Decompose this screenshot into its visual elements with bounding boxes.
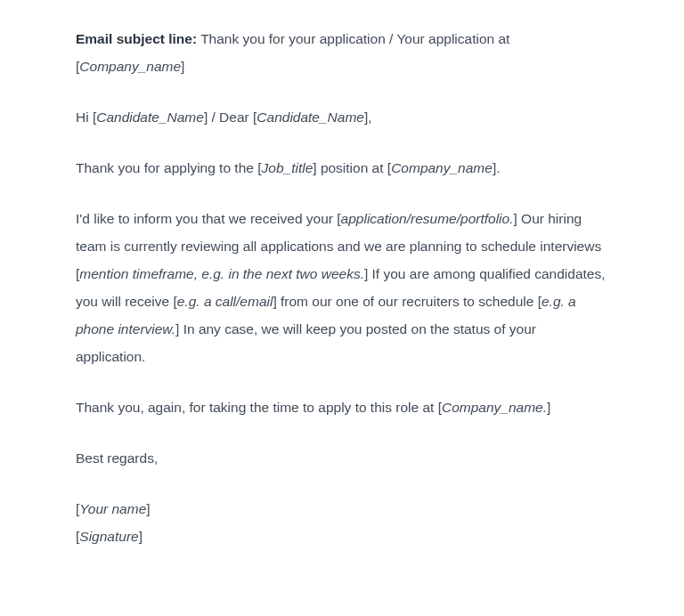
para1-t3: ]. [493, 160, 501, 175]
para1-placeholder-job: Job_title [262, 160, 314, 175]
signature-placeholder-name: Your name [79, 501, 146, 516]
para1-t1: Thank you for applying to the [ [76, 160, 262, 175]
signature-name-line: [Your name] [76, 495, 608, 523]
para3-placeholder-company: Company_name. [442, 400, 547, 415]
email-template-document: Email subject line: Thank you for your a… [76, 25, 608, 550]
paragraph-3: Thank you, again, for taking the time to… [76, 393, 608, 421]
signature-sig-line: [Signature] [76, 523, 608, 550]
subject-line: Email subject line: Thank you for your a… [76, 25, 608, 80]
para2-placeholder-2: mention timeframe, e.g. in the next two … [79, 266, 364, 281]
para2-placeholder-3: e.g. a call/email [177, 294, 273, 309]
greeting-line: Hi [Candidate_Name] / Dear [Candidate_Na… [76, 103, 608, 131]
para3-t1: Thank you, again, for taking the time to… [76, 400, 442, 415]
para1-t2: ] position at [ [313, 160, 391, 175]
greeting-placeholder-2: Candidate_Name [256, 109, 364, 125]
greeting-t1: Hi [ [76, 109, 96, 125]
subject-label: Email subject line: [76, 31, 197, 46]
signature-placeholder-sig: Signature [79, 529, 138, 544]
para2-placeholder-1: application/resume/portfolio. [341, 211, 514, 226]
para2-t1: I'd like to inform you that we received … [76, 211, 341, 226]
subject-placeholder-company: Company_name [79, 59, 181, 74]
greeting-placeholder-1: Candidate_Name [96, 109, 204, 125]
subject-text-after: ] [181, 59, 184, 74]
paragraph-2: I'd like to inform you that we received … [76, 205, 608, 370]
closing-line: Best regards, [76, 444, 608, 472]
greeting-t3: ], [364, 109, 372, 125]
sig-t4: ] [139, 529, 142, 544]
para3-t2: ] [547, 400, 550, 415]
sig-t2: ] [146, 501, 150, 516]
para2-t4: ] from our one of our recruiters to sche… [273, 294, 542, 309]
paragraph-1: Thank you for applying to the [Job_title… [76, 154, 608, 182]
para1-placeholder-company: Company_name [391, 160, 493, 175]
greeting-t2: ] / Dear [ [204, 109, 256, 125]
